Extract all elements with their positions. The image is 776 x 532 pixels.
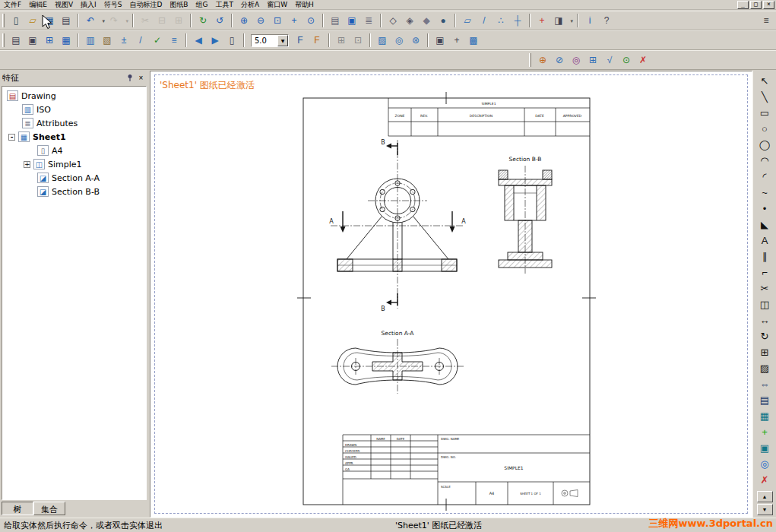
zoom-window-button[interactable]: ⊙ [302,13,319,28]
drawing-canvas[interactable]: 'Sheet1' 图纸已经激活 [150,71,752,518]
point-tool[interactable]: • [756,201,774,217]
show-axes-button[interactable]: / [132,33,149,48]
value-combo[interactable]: 5.0▼ [251,34,289,47]
sheet-drawing-svg[interactable]: SIMPLE1 ZONE REV. DESCRIPTION DATE APPRO… [150,71,752,517]
info-button[interactable]: i [581,13,598,28]
delete-annotation-button[interactable]: ✗ [635,52,651,68]
hidden-line-button[interactable]: ◈ [401,13,418,28]
symbol-button[interactable]: ⊛ [407,33,424,48]
trim-tool[interactable]: ✂ [756,280,774,296]
toolbar-grip[interactable] [2,33,5,47]
menu-item-4[interactable]: 符号S [100,0,126,10]
copy-tool[interactable]: ⊞ [756,344,774,360]
flag-note-button[interactable]: F [309,33,325,48]
dimension-tool[interactable]: ⇔ [756,376,774,392]
section-bb-view[interactable]: Section B-B [499,156,552,274]
show-annotations-button[interactable]: ▥ [82,33,99,48]
panel-tab-1[interactable]: 集合 [33,502,65,515]
surface-finish-button[interactable]: √ [601,52,618,68]
print-button[interactable]: ▤ [58,13,74,28]
spline-tool[interactable]: ~ [756,185,774,201]
menu-item-8[interactable]: 工具T [212,0,238,10]
repeat-region-button[interactable]: ▩ [465,33,482,48]
tree-item-a4[interactable]: ▯A4 [2,144,146,157]
insert-table-button[interactable]: ▦ [58,33,74,48]
balloon-button[interactable]: ◎ [391,33,407,48]
chamfer-tool[interactable]: ◣ [756,217,774,233]
go-to-sheet-button[interactable]: ▯ [223,33,240,48]
menu-item-11[interactable]: 帮助H [291,0,318,10]
tree-item-sheet1[interactable]: -▦Sheet1 [2,130,146,144]
menu-item-6[interactable]: 图纸B [166,0,192,10]
note-tool[interactable]: ▤ [756,392,774,408]
close-icon[interactable]: × [135,72,147,83]
menu-item-3[interactable]: 插入I [77,0,100,10]
open-file-button[interactable]: ▱ [24,13,41,28]
sheet-setup-button[interactable]: ▤ [8,33,24,48]
geometric-tolerance-button[interactable]: ⊞ [584,52,601,68]
tree-expander-icon[interactable]: - [8,134,15,141]
datum-axes-toggle[interactable]: / [476,13,493,28]
use-edge-tool[interactable]: ⌐ [756,264,774,280]
menu-item-1[interactable]: 编辑E [25,0,51,10]
drawing-models-button[interactable]: ▣ [24,33,41,48]
toolbar-options-button[interactable]: ≡ [758,13,774,28]
datum-planes-toggle[interactable]: ▱ [459,13,476,28]
clean-dimensions-button[interactable]: ✓ [149,33,166,48]
menu-item-2[interactable]: 视图V [51,0,77,10]
table-tool[interactable]: ▦ [756,408,774,424]
reference-dimension-button[interactable]: ◎ [568,52,584,68]
ordinate-dimension-button[interactable]: ⊘ [551,52,568,68]
toolbar-grip[interactable] [529,53,531,67]
hatch-tool[interactable]: ▨ [756,360,774,376]
regenerate-button[interactable]: ↻ [195,13,211,28]
tree-item-iso[interactable]: ▥ISO [2,103,146,116]
balloon-tool[interactable]: ◎ [756,456,774,472]
combo-dropdown-icon[interactable]: ▼ [277,35,288,46]
no-hidden-button[interactable]: ◆ [418,13,435,28]
fillet-tool[interactable]: ◜ [756,169,774,185]
layers-button[interactable]: ▤ [327,13,344,28]
datum-target-button[interactable]: ⊙ [618,52,635,68]
pin-icon[interactable] [124,72,135,83]
delete-tool[interactable]: ✗ [756,472,774,488]
dimension-new-button[interactable]: ⊕ [534,52,551,68]
tree-item-section-a-a[interactable]: ◪Section A-A [2,171,146,185]
spin-center-button[interactable]: + [534,13,550,28]
hatch-edit-button[interactable]: ▨ [374,33,391,48]
erase-annotations-button[interactable]: ▧ [99,33,116,48]
view-manager-button[interactable]: ▣ [344,13,360,28]
menu-item-5[interactable]: 自动标注D [125,0,166,10]
menu-item-9[interactable]: 分析A [237,0,263,10]
front-view[interactable]: A A B B [329,139,466,312]
tree-item-attributes[interactable]: ≣Attributes [2,116,146,130]
show-dimensions-button[interactable]: ± [116,33,132,48]
datum-csys-toggle[interactable]: ┼ [509,13,526,28]
grid-toggle[interactable]: ⊞ [333,33,350,48]
offset-tool[interactable]: ∥ [756,249,774,264]
section-aa-view[interactable]: Section A-A [331,330,464,394]
text-tool[interactable]: A [756,233,774,249]
align-dimensions-button[interactable]: ≡ [166,33,182,48]
palette-scroll-up-icon[interactable]: ▲ [757,491,773,502]
maximize-button[interactable]: □ [750,1,762,9]
snapshot-tool[interactable]: ▣ [756,440,774,456]
arc-tool[interactable]: ◠ [756,153,774,169]
zoom-in-button[interactable]: ⊕ [236,13,252,28]
undo-button[interactable]: ↶ [82,13,99,28]
next-sheet-button[interactable]: ▶ [207,33,223,48]
pan-button[interactable]: + [286,13,302,28]
rectangle-tool[interactable]: ▭ [756,105,774,121]
snap-toggle[interactable]: ⊡ [350,33,366,48]
circle-tool[interactable]: ○ [756,121,774,137]
select-tool[interactable]: ↖ [756,73,774,89]
previous-sheet-button[interactable]: ◀ [190,33,207,48]
minimize-button[interactable]: _ [737,1,749,9]
model-tree-button[interactable]: ≣ [360,13,377,28]
new-file-button[interactable]: ▯ [8,13,24,28]
toolbar-grip[interactable] [2,14,5,27]
insert-view-button[interactable]: ⊞ [41,33,58,48]
move-view-button[interactable]: + [448,33,465,48]
datum-points-toggle[interactable]: ∴ [493,13,509,28]
panel-tab-0[interactable]: 树 [2,502,33,515]
